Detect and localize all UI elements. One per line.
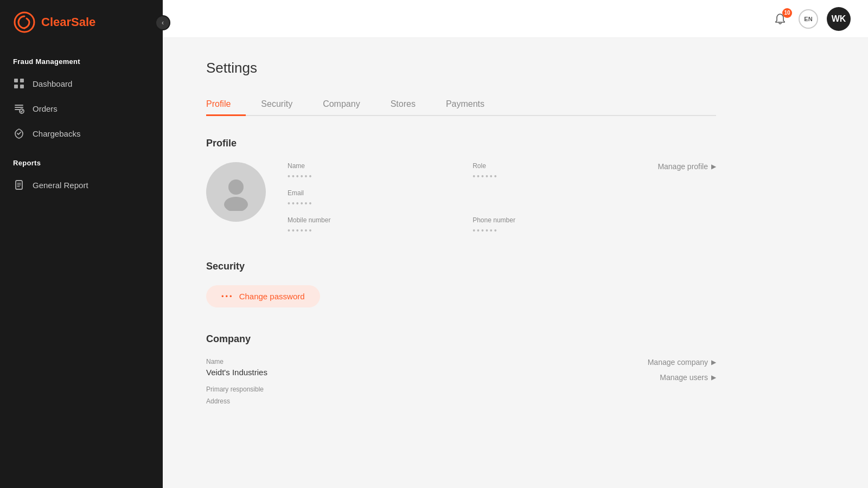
orders-icon xyxy=(13,102,25,114)
company-name-field: Name Veidt's Industries xyxy=(206,358,604,377)
company-primary-field: Primary responsible xyxy=(206,386,604,393)
mobile-label: Mobile number xyxy=(288,216,451,224)
company-primary-label: Primary responsible xyxy=(206,386,604,393)
company-fields: Name Veidt's Industries Primary responsi… xyxy=(206,358,604,407)
chargebacks-icon xyxy=(13,127,25,139)
sidebar-item-general-report-label: General Report xyxy=(33,181,88,190)
name-label: Name xyxy=(288,162,451,170)
profile-field-mobile: Mobile number •••••• xyxy=(288,216,451,235)
svg-rect-3 xyxy=(14,85,18,88)
company-section-title: Company xyxy=(206,333,716,345)
sidebar-item-dashboard-label: Dashboard xyxy=(33,79,72,88)
topbar: 10 EN WK xyxy=(163,0,868,38)
settings-page: Settings Profile Security Company Stores… xyxy=(163,38,760,455)
fraud-management-label: Fraud Management xyxy=(0,44,163,71)
manage-company-label: Manage company xyxy=(648,358,708,367)
phone-value: •••••• xyxy=(473,226,636,235)
company-name-label: Name xyxy=(206,358,604,365)
reports-label: Reports xyxy=(0,146,163,172)
tab-security[interactable]: Security xyxy=(246,94,308,116)
manage-users-arrow-icon: ▶ xyxy=(711,374,716,381)
tab-company[interactable]: Company xyxy=(308,94,375,116)
page-title: Settings xyxy=(206,60,716,76)
tab-profile[interactable]: Profile xyxy=(206,94,246,116)
profile-field-phone: Phone number •••••• xyxy=(473,216,636,235)
company-address-field: Address xyxy=(206,397,604,405)
user-avatar[interactable]: WK xyxy=(827,7,851,31)
role-label: Role xyxy=(473,162,636,170)
company-section: Company Name Veidt's Industries Primary … xyxy=(206,333,716,407)
svg-point-8 xyxy=(224,197,248,211)
profile-field-email: Email •••••• xyxy=(288,189,636,208)
name-value: •••••• xyxy=(288,172,451,181)
manage-profile-link[interactable]: Manage profile ▶ xyxy=(636,162,716,171)
profile-row: Name •••••• Role •••••• Email •••••• M xyxy=(206,162,636,235)
profile-avatar xyxy=(206,162,266,222)
company-manage-links: Manage company ▶ Manage users ▶ xyxy=(604,358,716,382)
svg-rect-1 xyxy=(14,79,18,82)
profile-section: Profile Name •••••• xyxy=(206,138,716,235)
company-address-label: Address xyxy=(206,397,604,405)
sidebar-item-chargebacks[interactable]: Chargebacks xyxy=(0,121,163,146)
profile-content-row: Name •••••• Role •••••• Email •••••• M xyxy=(206,162,716,235)
company-row: Name Veidt's Industries Primary responsi… xyxy=(206,358,716,407)
settings-tabs: Profile Security Company Stores Payments xyxy=(206,94,716,116)
notification-badge: 10 xyxy=(782,8,792,18)
manage-profile-label: Manage profile xyxy=(658,162,708,171)
sidebar-item-orders-label: Orders xyxy=(33,104,58,113)
notification-button[interactable]: 10 xyxy=(770,9,790,29)
svg-rect-4 xyxy=(20,85,24,88)
mobile-value: •••••• xyxy=(288,226,451,235)
tab-stores[interactable]: Stores xyxy=(375,94,431,116)
sidebar-item-dashboard[interactable]: Dashboard xyxy=(0,71,163,96)
manage-users-label: Manage users xyxy=(660,373,708,382)
profile-section-title: Profile xyxy=(206,138,716,149)
svg-rect-2 xyxy=(20,79,24,82)
company-name-value: Veidt's Industries xyxy=(206,368,604,377)
main-content: 10 EN WK Settings Profile Security Compa… xyxy=(163,0,868,488)
manage-company-arrow-icon: ▶ xyxy=(711,358,716,366)
profile-field-role: Role •••••• xyxy=(473,162,636,181)
dashboard-icon xyxy=(13,78,25,89)
logo-text: ClearSale xyxy=(41,15,95,29)
clearsale-logo-icon xyxy=(13,11,36,34)
svg-point-7 xyxy=(228,179,244,195)
general-report-icon xyxy=(13,179,25,191)
role-value: •••••• xyxy=(473,172,636,181)
profile-field-name: Name •••••• xyxy=(288,162,451,181)
security-section-title: Security xyxy=(206,261,716,272)
change-password-button[interactable]: ••• Change password xyxy=(206,285,320,307)
manage-profile-arrow-icon: ▶ xyxy=(711,163,716,170)
language-button[interactable]: EN xyxy=(799,9,818,29)
email-value: •••••• xyxy=(288,199,636,208)
sidebar: ClearSale ‹ Fraud Management Dashboard O… xyxy=(0,0,163,488)
tab-payments[interactable]: Payments xyxy=(431,94,500,116)
profile-fields: Name •••••• Role •••••• Email •••••• M xyxy=(288,162,636,235)
email-label: Email xyxy=(288,189,636,197)
sidebar-item-orders[interactable]: Orders xyxy=(0,96,163,121)
phone-label: Phone number xyxy=(473,216,636,224)
change-password-label: Change password xyxy=(239,292,305,301)
security-section: Security ••• Change password xyxy=(206,261,716,307)
svg-point-0 xyxy=(15,12,34,32)
sidebar-collapse-button[interactable]: ‹ xyxy=(155,15,170,30)
sidebar-item-general-report[interactable]: General Report xyxy=(0,172,163,197)
manage-users-link[interactable]: Manage users ▶ xyxy=(638,373,716,382)
password-dots-icon: ••• xyxy=(221,292,234,300)
sidebar-logo: ClearSale xyxy=(0,0,163,44)
manage-company-link[interactable]: Manage company ▶ xyxy=(626,358,716,367)
sidebar-item-chargebacks-label: Chargebacks xyxy=(33,129,80,138)
